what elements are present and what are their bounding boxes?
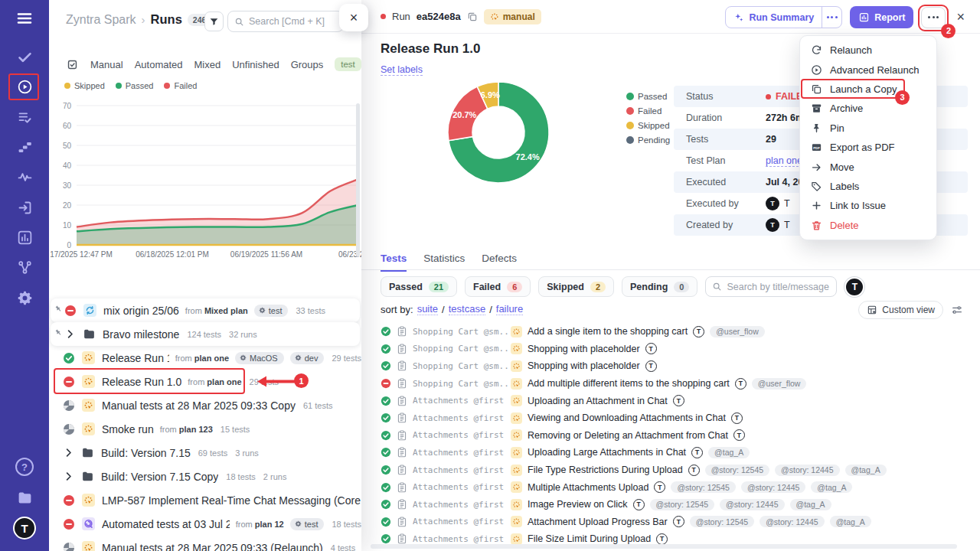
test-result-row[interactable]: Attachments @firstFile Type Restrictions…	[381, 461, 970, 479]
filter-chip-pending[interactable]: Pending0	[622, 276, 697, 297]
sidebar-item-projects[interactable]	[0, 482, 49, 513]
clipboard-icon	[397, 412, 407, 423]
sidebar-item-milestones[interactable]	[0, 132, 49, 162]
runs-tab-automated[interactable]: Automated	[135, 59, 183, 70]
run-list-item[interactable]: Release Run 1.0 Copyfrom plan oneMacOSde…	[49, 346, 361, 370]
run-name: Manual tests at 28 Mar 2025 09:33 Copy	[102, 399, 296, 412]
run-list-item[interactable]: Automated tests at 03 Jul 2025 13:25from…	[49, 512, 361, 536]
test-plan-link[interactable]: plan one	[766, 155, 802, 167]
sidebar-item-imports[interactable]	[0, 192, 49, 222]
menu-item-labels[interactable]: Labels	[800, 177, 936, 196]
run-list-item[interactable]: Build: Version 7.1569 tests3 runs	[49, 441, 361, 465]
copy-icon[interactable]	[467, 11, 478, 22]
menu-item-delete[interactable]: Delete	[800, 216, 936, 235]
sidebar-item-help[interactable]: ?	[0, 452, 49, 482]
runs-tab-unfinished[interactable]: Unfinished	[232, 59, 279, 70]
sidebar-item-test-cases[interactable]	[0, 42, 49, 72]
copy-icon	[811, 83, 822, 95]
sidebar-item-defects[interactable]	[0, 162, 49, 192]
filter-chip-passed[interactable]: Passed21	[381, 276, 457, 297]
menu-item-label: Archive	[830, 103, 863, 114]
runs-search-input[interactable]	[249, 16, 337, 27]
manual-run-icon	[511, 360, 522, 372]
detail-close-button[interactable]: ×	[953, 9, 968, 25]
run-list-item[interactable]: LMP-587 Implement Real-Time Chat Messagi…	[49, 488, 361, 512]
sidebar-item-analytics[interactable]	[0, 223, 49, 253]
run-list-item[interactable]: Bravo milestone124 tests32 runs	[51, 322, 360, 346]
sliders-icon[interactable]	[951, 304, 963, 316]
menu-item-relaunch[interactable]: Relaunch	[800, 41, 936, 60]
manual-run-icon	[82, 375, 95, 388]
tests-search-input[interactable]	[727, 282, 830, 292]
menu-item-label: Labels	[830, 181, 859, 192]
test-result-row[interactable]: Attachments @firstViewing and Downloadin…	[381, 409, 970, 427]
set-labels-link[interactable]: Set labels	[381, 64, 423, 76]
test-tag: @tag_A	[811, 481, 852, 493]
horizontal-scrollbar[interactable]	[371, 544, 957, 549]
sort-by-failure[interactable]: failure	[496, 303, 523, 315]
menu-item-launch-a-copy[interactable]: Launch a Copy3	[800, 80, 936, 99]
menu-item-export-as-pdf[interactable]: PDFExport as PDF	[800, 138, 936, 157]
runs-tab-mixed[interactable]: Mixed	[194, 59, 221, 70]
test-result-row[interactable]: Shopping Cart @sm...Add multiple differe…	[381, 375, 970, 393]
menu-item-advanced-relaunch[interactable]: Advanced Relaunch	[800, 60, 936, 79]
test-title: Attachment Upload Progress Bar	[528, 517, 668, 527]
tag-icon	[811, 181, 822, 192]
drawer-scrollbar[interactable]	[356, 103, 360, 256]
clipboard-icon	[397, 533, 407, 544]
drawer-close-button[interactable]: ×	[339, 4, 368, 31]
status-row-value[interactable]: plan one	[766, 155, 802, 167]
tag-chip[interactable]: test	[335, 57, 361, 71]
run-summary-button[interactable]: Run Summary	[725, 6, 842, 28]
assignee-avatar: T	[693, 326, 704, 337]
test-result-row[interactable]: Attachments @firstAttachment Upload Prog…	[381, 514, 970, 531]
run-list-item[interactable]: Build: Version 7.15 Copy18 tests2 runs	[49, 465, 361, 488]
svg-text:10: 10	[63, 221, 72, 230]
run-list-item[interactable]: Manual tests at 28 Mar 2025 09:33 (Relau…	[49, 536, 361, 551]
test-result-row[interactable]: Attachments @firstUploading Large Attach…	[381, 444, 970, 461]
menu-item-link-to-issue[interactable]: Link to Issue	[800, 196, 936, 215]
test-result-row[interactable]: Shopping Cart @sm...Shopping with placeh…	[381, 357, 970, 375]
svg-text:72.4%: 72.4%	[516, 152, 540, 161]
test-result-row[interactable]: Attachments @firstRemoving or Deleting a…	[381, 427, 970, 445]
test-result-row[interactable]: Attachments @firstUploading an Attachmen…	[381, 392, 970, 409]
filter-chip-failed[interactable]: Failed6	[465, 276, 531, 297]
sidebar-item-test-plans[interactable]	[0, 103, 49, 132]
test-result-row[interactable]: Shopping Cart @sm...Shopping with placeh…	[381, 341, 970, 358]
runs-tab-manual[interactable]: Manual	[90, 59, 123, 70]
filter-button[interactable]	[204, 11, 224, 31]
custom-view-button[interactable]: Custom view	[858, 301, 943, 319]
more-actions-button[interactable]	[921, 7, 946, 28]
menu-item-move[interactable]: Move	[800, 157, 936, 176]
runs-tab-groups[interactable]: Groups	[291, 59, 324, 70]
run-list-item[interactable]: Release Run 1.0from plan one29 tests1	[49, 370, 361, 393]
run-from-plan: from Mixed plan	[185, 306, 248, 315]
status-row-value: TT	[766, 218, 790, 232]
breadcrumb-project[interactable]: Zyntra Spark	[66, 13, 136, 27]
test-result-row[interactable]: Attachments @firstImage Preview on Click…	[381, 496, 970, 514]
run-from-plan: from plan 123	[160, 425, 213, 434]
sort-by-suite[interactable]: suite	[417, 303, 438, 315]
sidebar-item-traceability[interactable]	[0, 253, 49, 282]
report-button[interactable]: Report	[850, 6, 913, 28]
run-list-item[interactable]: Smoke runfrom plan 12315 tests	[49, 417, 361, 441]
test-result-row[interactable]: Attachments @firstMultiple Attachments U…	[381, 478, 970, 496]
sidebar-user-avatar[interactable]: T	[0, 513, 49, 543]
menu-item-pin[interactable]: Pin	[800, 119, 936, 138]
test-result-row[interactable]: Shopping Cart @sm...Add a single item to…	[381, 323, 970, 341]
assignee-avatar: T	[656, 533, 668, 545]
test-title: Viewing and Downloading Attachments in C…	[528, 412, 726, 423]
run-list-item[interactable]: mix origin 25/06from Mixed plantest33 te…	[51, 298, 360, 322]
assignee-avatar[interactable]: T	[844, 277, 864, 297]
run-summary-more-button[interactable]	[822, 7, 841, 28]
run-list-item[interactable]: Manual tests at 28 Mar 2025 09:33 Copy61…	[49, 393, 361, 417]
legend-dot	[64, 83, 70, 89]
sort-by-testcase[interactable]: testcase	[449, 303, 485, 315]
sidebar-item-runs[interactable]	[0, 72, 49, 102]
sidebar-item-settings[interactable]	[0, 282, 49, 312]
filter-count-badge: 0	[674, 282, 689, 292]
menu-item-archive[interactable]: Archive	[800, 99, 936, 118]
donut-legend-passed: Passed	[626, 89, 670, 103]
filter-chip-skipped[interactable]: Skipped2	[538, 276, 614, 297]
hamburger-menu-icon[interactable]	[0, 8, 49, 29]
